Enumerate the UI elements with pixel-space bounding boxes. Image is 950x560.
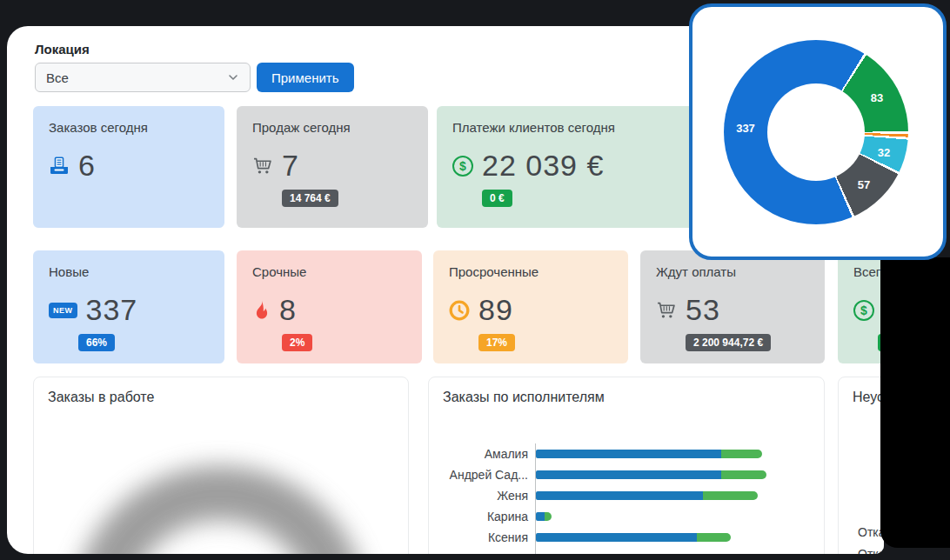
bar-label: Отка <box>858 547 884 554</box>
stat-card-overdue[interactable]: Просроченные 89 17% <box>433 250 628 363</box>
bar-track <box>535 548 824 554</box>
donut-segment-label: 32 <box>878 146 890 159</box>
bar-category-label: Настя <box>429 551 535 554</box>
bar-category-label: Женя <box>429 489 535 503</box>
stat-card-title: Платежи клиентов сегодня <box>452 120 680 135</box>
bar-category-label: Амалия <box>429 447 535 461</box>
bar-track <box>535 506 824 527</box>
bar-segment-green <box>721 470 766 479</box>
bar-row: Карина <box>429 506 824 527</box>
new-badge-icon: NEW <box>49 303 77 318</box>
donut-segment-label: 57 <box>858 178 870 191</box>
bar-track <box>535 485 824 506</box>
stat-card-title: Всего <box>853 264 884 279</box>
bar-segment-green <box>545 512 552 521</box>
stat-card-title: Срочные <box>252 264 406 279</box>
donut-segment-label: 337 <box>736 122 755 135</box>
bar-track <box>535 464 824 485</box>
stat-card-badge: 0 € <box>482 190 512 207</box>
cart-icon <box>656 301 677 319</box>
cart-icon <box>252 157 273 175</box>
stat-card-value: 8 <box>279 293 297 327</box>
bar-track <box>535 527 824 548</box>
bar-track <box>535 443 824 464</box>
stat-card-value: 337 <box>86 293 138 327</box>
stat-card-badge: 2% <box>282 334 312 351</box>
clock-icon <box>449 300 470 321</box>
stat-card-badge: 2 200 944,72 € <box>686 334 771 351</box>
stat-card-title: Продаж сегодня <box>252 120 412 135</box>
chevron-down-icon <box>227 71 239 83</box>
bar-segment-blue <box>536 533 697 542</box>
stat-card-badge: 14 764 € <box>282 190 338 207</box>
donut-segment-label: 83 <box>871 91 883 104</box>
stat-card-title: Ждут оплаты <box>656 264 809 279</box>
stat-card-sales-today[interactable]: Продаж сегодня 7 14 764 € <box>237 106 428 228</box>
bar-segment-blue <box>536 491 703 500</box>
location-select-value: Все <box>46 70 69 85</box>
bar-row: Женя <box>429 485 824 506</box>
bar-segment-green <box>697 533 731 542</box>
panel-title: Заказы по исполнителям <box>443 390 605 405</box>
stat-card-value: 53 <box>686 293 720 327</box>
bar-category-label: Андрей Сад... <box>429 468 535 482</box>
stat-card-value: 22 039 € <box>482 149 604 183</box>
bar-row: Настя <box>429 548 824 554</box>
panel-unsuccessful: Неус Отка Отка <box>838 377 884 554</box>
horizontal-bar-chart: АмалияАндрей Сад...ЖеняКаринаКсенияНастя <box>429 443 824 554</box>
fax-icon <box>49 157 70 176</box>
stat-card-badge: 17% <box>478 334 515 351</box>
location-filter-label: Локация <box>35 42 90 57</box>
redaction-box <box>880 257 950 548</box>
location-select[interactable]: Все <box>35 63 251 92</box>
stat-card-awaiting-payment[interactable]: Ждут оплаты 53 2 200 944,72 € <box>640 250 825 363</box>
dollar-circle-icon: $ <box>853 300 874 321</box>
bar-segment-green <box>703 491 757 500</box>
panel-title: Неус <box>853 390 884 405</box>
stat-card-title: Просроченные <box>449 264 612 279</box>
bar-category-label: Ксения <box>429 530 535 544</box>
stat-card-title: Новые <box>49 264 209 279</box>
stat-card-orders-today[interactable]: Заказов сегодня 6 <box>33 106 224 228</box>
blurred-donut-chart <box>72 466 368 554</box>
bar-segment-green <box>721 450 762 458</box>
bar-row: Андрей Сад... <box>429 464 824 485</box>
stat-card-value: 6 <box>78 149 96 183</box>
bar-segment-blue <box>536 512 545 521</box>
stat-card-total[interactable]: Всего $ 6 <box>838 250 884 363</box>
stat-card-value: 7 <box>282 149 299 183</box>
stat-card-urgent[interactable]: Срочные 8 2% <box>237 250 422 363</box>
bar-row: Ксения <box>429 527 824 548</box>
stat-card-title: Заказов сегодня <box>49 120 209 135</box>
fire-icon <box>252 300 271 321</box>
stat-card-badge: 66% <box>78 334 115 351</box>
panel-title: Заказы в работе <box>48 390 154 405</box>
bar-category-label: Карина <box>429 510 535 523</box>
panel-orders-by-performer: Заказы по исполнителям АмалияАндрей Сад.… <box>428 377 825 554</box>
bar-row: Амалия <box>429 443 824 464</box>
stat-card-client-payments-today[interactable]: Платежи клиентов сегодня $ 22 039 € 0 € <box>437 106 696 228</box>
stat-card-value: 89 <box>478 293 513 327</box>
apply-button[interactable]: Применить <box>257 63 354 92</box>
donut-overlay-panel: 337 83 32 57 <box>689 3 947 260</box>
panel-orders-in-progress: Заказы в работе <box>33 377 409 554</box>
bar-segment-blue <box>536 450 721 458</box>
dollar-circle-icon: $ <box>452 156 473 177</box>
stat-card-new[interactable]: Новые NEW 337 66% <box>33 250 224 363</box>
bar-segment-blue <box>536 470 721 479</box>
dashboard-canvas: Локация Все Применить Заказов сегодня <box>0 0 950 560</box>
